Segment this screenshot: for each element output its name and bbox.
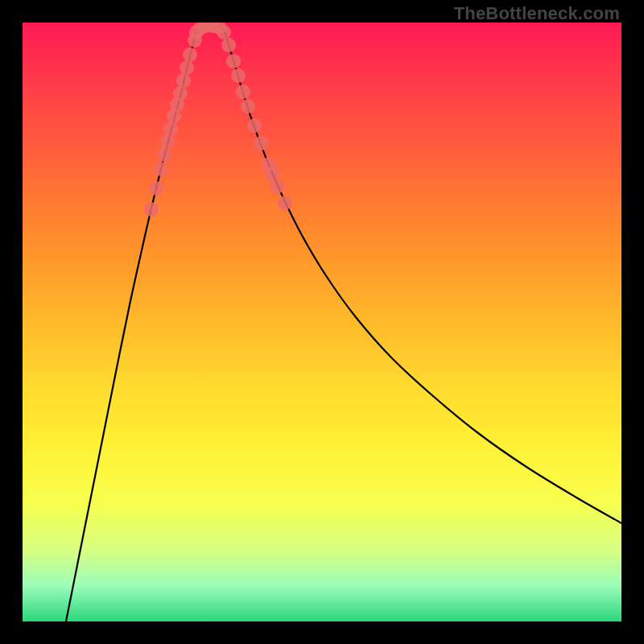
data-dot bbox=[247, 118, 262, 133]
data-dot bbox=[160, 134, 175, 149]
data-dot bbox=[154, 162, 168, 176]
data-dot bbox=[173, 86, 188, 101]
data-dot bbox=[183, 47, 197, 62]
data-dot bbox=[221, 38, 236, 52]
data-dot bbox=[241, 99, 255, 114]
chart-svg bbox=[23, 23, 621, 621]
data-dot bbox=[226, 54, 241, 68]
data-dot bbox=[176, 73, 191, 88]
data-dot bbox=[163, 122, 178, 136]
chart-frame: TheBottleneck.com bbox=[0, 0, 644, 644]
watermark-text: TheBottleneck.com bbox=[454, 3, 620, 24]
data-dot bbox=[236, 85, 250, 99]
data-dot bbox=[157, 147, 171, 162]
data-dot bbox=[217, 25, 231, 39]
data-dot bbox=[149, 181, 163, 196]
data-dot bbox=[270, 180, 284, 194]
data-dot bbox=[144, 202, 159, 217]
data-dot bbox=[180, 60, 194, 75]
bottleneck-curve bbox=[66, 25, 621, 621]
data-dot bbox=[231, 68, 246, 83]
curve-group bbox=[66, 25, 621, 621]
data-dot bbox=[278, 196, 292, 210]
data-dot bbox=[254, 136, 268, 151]
scatter-dots bbox=[144, 23, 292, 217]
plot-area bbox=[23, 23, 621, 621]
data-dot bbox=[265, 167, 279, 181]
